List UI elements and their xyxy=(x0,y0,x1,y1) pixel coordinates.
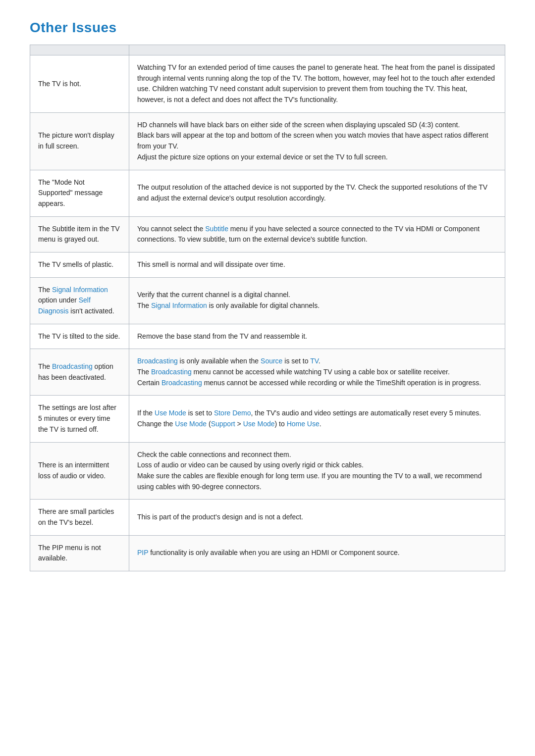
col1-header xyxy=(30,45,129,55)
table-row: There are small particles on the TV's be… xyxy=(30,500,505,535)
link-text[interactable]: Support xyxy=(211,420,235,428)
link-text[interactable]: Broadcasting xyxy=(161,379,202,387)
link-text[interactable]: Home Use xyxy=(287,420,320,428)
table-row: The Subtitle item in the TV menu is gray… xyxy=(30,216,505,252)
table-row: The TV smells of plastic.This smell is n… xyxy=(30,252,505,277)
solution-cell: This is part of the product's design and… xyxy=(129,500,505,535)
link-text[interactable]: TV xyxy=(310,357,319,365)
link-text[interactable]: Self Diagnosis xyxy=(38,296,91,315)
solution-cell: Check the cable connections and reconnec… xyxy=(129,442,505,500)
problem-cell: The "Mode Not Supported" message appears… xyxy=(30,170,129,216)
solution-cell: If the Use Mode is set to Store Demo, th… xyxy=(129,396,505,442)
table-row: The TV is hot.Watching TV for an extende… xyxy=(30,55,505,113)
link-text[interactable]: Use Mode xyxy=(175,420,207,428)
problem-cell: The TV is tilted to the side. xyxy=(30,324,129,349)
table-row: The PIP menu is not available.PIP functi… xyxy=(30,535,505,571)
problem-cell: The settings are lost after 5 minutes or… xyxy=(30,396,129,442)
link-text[interactable]: Subtitle xyxy=(205,225,228,233)
problem-cell: The Subtitle item in the TV menu is gray… xyxy=(30,216,129,252)
table-row: The Broadcasting option has been deactiv… xyxy=(30,349,505,396)
table-row: The "Mode Not Supported" message appears… xyxy=(30,170,505,216)
link-text[interactable]: Signal Information xyxy=(151,302,207,309)
solution-cell: PIP functionality is only available when… xyxy=(129,535,505,571)
link-text[interactable]: PIP xyxy=(137,549,148,556)
problem-cell: There is an intermittent loss of audio o… xyxy=(30,442,129,500)
solution-cell: This smell is normal and will dissipate … xyxy=(129,252,505,277)
page-title: Other Issues xyxy=(30,20,505,36)
problem-cell: The Broadcasting option has been deactiv… xyxy=(30,349,129,396)
problem-cell: The TV is hot. xyxy=(30,55,129,113)
table-row: The TV is tilted to the side.Remove the … xyxy=(30,324,505,349)
problem-cell: The TV smells of plastic. xyxy=(30,252,129,277)
table-row: The Signal Information option under Self… xyxy=(30,277,505,324)
solution-cell: The output resolution of the attached de… xyxy=(129,170,505,216)
solution-cell: Remove the base stand from the TV and re… xyxy=(129,324,505,349)
solution-cell: HD channels will have black bars on eith… xyxy=(129,112,505,170)
solution-cell: Broadcasting is only available when the … xyxy=(129,349,505,396)
link-text[interactable]: Broadcasting xyxy=(52,362,93,370)
issues-table: The TV is hot.Watching TV for an extende… xyxy=(30,45,505,571)
link-text[interactable]: Use Mode xyxy=(155,409,186,417)
problem-cell: There are small particles on the TV's be… xyxy=(30,500,129,535)
link-text[interactable]: Source xyxy=(261,357,282,365)
problem-cell: The picture won't display in full screen… xyxy=(30,112,129,170)
table-row: The settings are lost after 5 minutes or… xyxy=(30,396,505,442)
link-text[interactable]: Signal Information xyxy=(52,286,108,294)
problem-cell: The PIP menu is not available. xyxy=(30,535,129,571)
col2-header xyxy=(129,45,505,55)
solution-cell: Watching TV for an extended period of ti… xyxy=(129,55,505,113)
link-text[interactable]: Use Mode xyxy=(243,420,275,428)
link-text[interactable]: Broadcasting xyxy=(137,357,178,365)
link-text[interactable]: Broadcasting xyxy=(151,368,192,376)
solution-cell: You cannot select the Subtitle menu if y… xyxy=(129,216,505,252)
link-text[interactable]: Store Demo xyxy=(214,409,251,417)
table-row: The picture won't display in full screen… xyxy=(30,112,505,170)
problem-cell: The Signal Information option under Self… xyxy=(30,277,129,324)
solution-cell: Verify that the current channel is a dig… xyxy=(129,277,505,324)
table-row: There is an intermittent loss of audio o… xyxy=(30,442,505,500)
